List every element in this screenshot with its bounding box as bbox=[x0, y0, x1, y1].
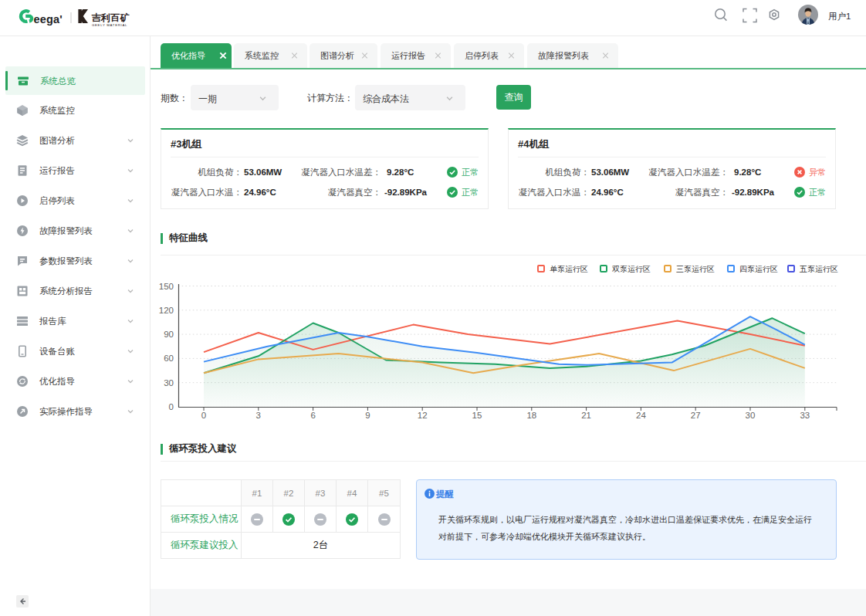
svg-text:30: 30 bbox=[746, 411, 756, 420]
svg-text:150: 150 bbox=[159, 282, 174, 291]
svg-text:eega': eega' bbox=[34, 13, 63, 25]
svg-text:0: 0 bbox=[201, 411, 206, 420]
svg-text:吉利百矿: 吉利百矿 bbox=[92, 12, 130, 23]
svg-text:0: 0 bbox=[169, 402, 174, 411]
svg-text:GEELY MATERIAL: GEELY MATERIAL bbox=[92, 23, 127, 27]
svg-text:18: 18 bbox=[526, 411, 536, 420]
svg-text:27: 27 bbox=[691, 411, 701, 420]
svg-text:33: 33 bbox=[800, 411, 810, 420]
svg-text:9: 9 bbox=[365, 411, 370, 420]
svg-text:30: 30 bbox=[164, 378, 174, 388]
svg-text:120: 120 bbox=[159, 306, 174, 315]
svg-text:24: 24 bbox=[636, 411, 646, 420]
svg-text:6: 6 bbox=[310, 411, 315, 420]
svg-text:90: 90 bbox=[164, 330, 174, 339]
svg-text:12: 12 bbox=[418, 411, 428, 420]
svg-text:60: 60 bbox=[164, 354, 174, 363]
svg-text:21: 21 bbox=[581, 411, 591, 420]
svg-text:3: 3 bbox=[256, 411, 261, 420]
svg-text:15: 15 bbox=[472, 411, 482, 420]
